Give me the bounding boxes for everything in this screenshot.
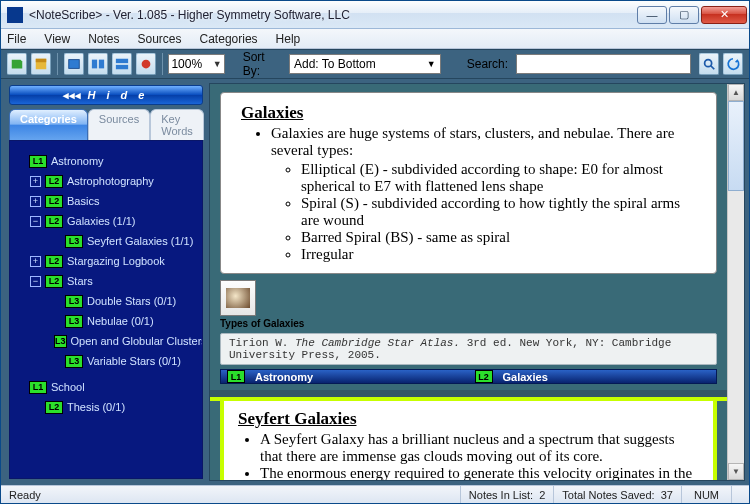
tree-twisty[interactable]: + bbox=[30, 256, 41, 267]
citation-title: The Cambridge Star Atlas. bbox=[295, 337, 460, 349]
sidebar-hide-label: H i d e bbox=[87, 89, 148, 101]
tree-node[interactable]: L3Double Stars (0/1) bbox=[10, 291, 202, 311]
zoom-select[interactable]: 100% ▼ bbox=[168, 54, 224, 74]
level-badge: L2 bbox=[45, 255, 63, 268]
toolbar-btn-6[interactable] bbox=[136, 53, 156, 75]
level-badge: L1 bbox=[227, 370, 245, 383]
resize-grip[interactable] bbox=[731, 486, 749, 503]
level-badge: L2 bbox=[475, 370, 493, 383]
sidebar-hide-button[interactable]: ◂◂◂ H i d e bbox=[9, 85, 203, 105]
tree-node[interactable]: +L2Basics bbox=[10, 191, 202, 211]
tree-twisty[interactable]: + bbox=[30, 196, 41, 207]
tree-node[interactable]: L3Seyfert Galaxies (1/1) bbox=[10, 231, 202, 251]
level-badge: L2 bbox=[45, 215, 63, 228]
menubar: File View Notes Sources Categories Help bbox=[1, 29, 749, 49]
tree-label: Seyfert Galaxies (1/1) bbox=[87, 235, 193, 247]
tree-label: Variable Stars (0/1) bbox=[87, 355, 181, 367]
search-input[interactable] bbox=[516, 54, 691, 74]
toolbar-btn-4[interactable] bbox=[88, 53, 108, 75]
toolbar-btn-3[interactable] bbox=[64, 53, 84, 75]
status-total-saved: Total Notes Saved: 37 bbox=[553, 486, 681, 503]
scroll-track[interactable] bbox=[728, 191, 744, 463]
note-separator bbox=[210, 390, 727, 401]
tree-twisty[interactable]: − bbox=[30, 276, 41, 287]
level-badge: L2 bbox=[45, 175, 63, 188]
note-bullet: The enormous energy required to generate… bbox=[260, 465, 699, 480]
note-bullet: Barred Spiral (BS) - same as spiral bbox=[301, 229, 696, 246]
tab-keywords[interactable]: Key Words bbox=[150, 109, 204, 140]
menu-sources[interactable]: Sources bbox=[136, 30, 184, 48]
toolbar-btn-1[interactable] bbox=[7, 53, 27, 75]
attachment-thumb[interactable] bbox=[220, 280, 256, 316]
minimize-button[interactable]: — bbox=[637, 6, 667, 24]
level-badge: L3 bbox=[65, 235, 83, 248]
menu-notes[interactable]: Notes bbox=[86, 30, 121, 48]
tree-node[interactable]: L3Nebulae (0/1) bbox=[10, 311, 202, 331]
svg-rect-4 bbox=[99, 60, 104, 69]
sort-select[interactable]: Add: To Bottom ▼ bbox=[289, 54, 441, 74]
toolbar-search-go[interactable] bbox=[699, 53, 719, 75]
svg-line-8 bbox=[711, 66, 715, 70]
thumbnail-image bbox=[226, 288, 250, 308]
toolbar-btn-2[interactable] bbox=[31, 53, 51, 75]
tree-node[interactable]: L3Open and Globular Clusters (0/1) bbox=[10, 331, 202, 351]
svg-rect-1 bbox=[36, 59, 47, 63]
tree-node[interactable]: −L2Galaxies (1/1) bbox=[10, 211, 202, 231]
note-bullet: A Seyfert Galaxy has a brilliant nucleus… bbox=[260, 431, 699, 465]
note-bullet: Elliptical (E) - subdivided according to… bbox=[301, 161, 696, 195]
app-window: <NoteScribe> - Ver. 1.085 - Higher Symme… bbox=[0, 0, 750, 504]
close-button[interactable]: ✕ bbox=[701, 6, 747, 24]
tree-node[interactable]: L3Variable Stars (0/1) bbox=[10, 351, 202, 371]
tree-node[interactable]: L2Thesis (0/1) bbox=[10, 397, 202, 417]
toolbar-sep-2 bbox=[162, 53, 163, 75]
note-title: Galaxies bbox=[241, 103, 696, 123]
scroll-up-button[interactable]: ▲ bbox=[728, 84, 744, 101]
tree-node[interactable]: +L2Stargazing Logbook bbox=[10, 251, 202, 271]
tree-label: Basics bbox=[67, 195, 99, 207]
tree-node[interactable]: −L2Stars bbox=[10, 271, 202, 291]
tree-label: Galaxies (1/1) bbox=[67, 215, 135, 227]
titlebar: <NoteScribe> - Ver. 1.085 - Higher Symme… bbox=[1, 1, 749, 29]
level-badge: L1 bbox=[29, 381, 47, 394]
svg-rect-5 bbox=[115, 59, 127, 63]
tree-label: Open and Globular Clusters (0/1) bbox=[71, 335, 203, 347]
tab-sources[interactable]: Sources bbox=[88, 109, 150, 140]
level-badge: L3 bbox=[65, 315, 83, 328]
svg-rect-6 bbox=[115, 65, 127, 69]
tree-label: Thesis (0/1) bbox=[67, 401, 125, 413]
sidebar: ◂◂◂ H i d e Categories Sources Key Words… bbox=[1, 79, 209, 485]
tree-twisty[interactable]: + bbox=[30, 176, 41, 187]
app-icon bbox=[7, 7, 23, 23]
note-bullet: Irregular bbox=[301, 246, 696, 263]
menu-help[interactable]: Help bbox=[274, 30, 303, 48]
breadcrumb-label: Galaxies bbox=[503, 371, 548, 383]
tab-categories[interactable]: Categories bbox=[9, 109, 88, 140]
level-badge: L3 bbox=[54, 335, 67, 348]
toolbar-btn-5[interactable] bbox=[112, 53, 132, 75]
tree-label: Stars bbox=[67, 275, 93, 287]
menu-view[interactable]: View bbox=[42, 30, 72, 48]
sort-label: Sort By: bbox=[239, 50, 285, 78]
toolbar-refresh[interactable] bbox=[723, 53, 743, 75]
scrollbar-vertical[interactable]: ▲ ▼ bbox=[727, 84, 744, 480]
scroll-down-button[interactable]: ▼ bbox=[728, 463, 744, 480]
main: ◂◂◂ H i d e Categories Sources Key Words… bbox=[1, 79, 749, 485]
tree-node[interactable]: L1School bbox=[10, 377, 202, 397]
attachment-area: Types of Galaxies bbox=[220, 280, 717, 329]
scroll-thumb[interactable] bbox=[728, 101, 744, 191]
breadcrumb-galaxies[interactable]: L2 Galaxies bbox=[469, 370, 717, 383]
tree-node[interactable]: L1Astronomy bbox=[10, 151, 202, 171]
level-badge: L3 bbox=[65, 355, 83, 368]
breadcrumb-bar: L1 Astronomy L2 Galaxies bbox=[220, 369, 717, 384]
level-badge: L2 bbox=[45, 275, 63, 288]
maximize-button[interactable]: ▢ bbox=[669, 6, 699, 24]
menu-file[interactable]: File bbox=[5, 30, 28, 48]
tree-node[interactable]: +L2Astrophotography bbox=[10, 171, 202, 191]
breadcrumb-astronomy[interactable]: L1 Astronomy bbox=[221, 370, 469, 383]
zoom-value: 100% bbox=[171, 57, 202, 71]
tree-label: Double Stars (0/1) bbox=[87, 295, 176, 307]
menu-categories[interactable]: Categories bbox=[198, 30, 260, 48]
citation-bar: Tirion W. The Cambridge Star Atlas. 3rd … bbox=[220, 333, 717, 365]
tree-twisty[interactable]: − bbox=[30, 216, 41, 227]
category-tree[interactable]: L1Astronomy+L2Astrophotography+L2Basics−… bbox=[9, 140, 203, 479]
